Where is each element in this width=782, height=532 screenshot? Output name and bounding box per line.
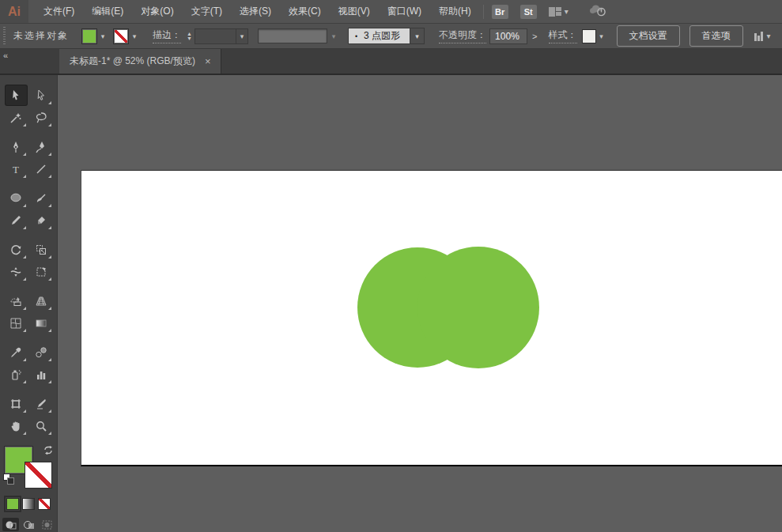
brush-definition-chevron-icon[interactable]: ▾: [410, 28, 425, 44]
draw-behind-button[interactable]: [21, 518, 37, 531]
style-label[interactable]: 样式：: [549, 28, 577, 43]
column-graph-tool[interactable]: [31, 364, 52, 384]
line-segment-tool[interactable]: [31, 159, 52, 179]
bridge-button[interactable]: Br: [492, 5, 508, 19]
stroke-proxy-swatch[interactable]: [25, 462, 52, 489]
menu-view[interactable]: 视图(V): [330, 0, 379, 23]
default-fill-stroke-icon[interactable]: [3, 474, 15, 485]
draw-inside-button[interactable]: [39, 518, 55, 531]
eyedropper-tool[interactable]: [6, 342, 27, 362]
opacity-expand-arrow[interactable]: >: [527, 32, 542, 41]
scale-tool[interactable]: [31, 240, 52, 259]
main-area: T: [0, 75, 782, 532]
tool-group-divider: [6, 130, 52, 134]
drawing-mode-row: [2, 518, 55, 531]
green-circle-2[interactable]: [417, 247, 539, 368]
none-button[interactable]: [38, 498, 51, 510]
variable-width-profile-preview[interactable]: [258, 28, 327, 43]
workspace-icon[interactable]: [549, 7, 561, 17]
symbol-sprayer-tool[interactable]: [6, 364, 27, 384]
swap-fill-stroke-icon[interactable]: [43, 445, 54, 459]
style-chevron-icon[interactable]: ▾: [596, 28, 607, 44]
workspace-chevron-icon[interactable]: ▾: [565, 7, 569, 16]
hand-tool[interactable]: [6, 416, 27, 436]
fill-color-control[interactable]: ▾: [81, 28, 108, 44]
selection-tool[interactable]: [6, 85, 27, 105]
tool-grid: T: [6, 85, 52, 436]
stroke-weight-chevron-icon[interactable]: ▾: [236, 28, 248, 44]
stroke-weight-label[interactable]: 描边：: [153, 28, 181, 43]
gradient-tool[interactable]: [31, 313, 52, 333]
stroke-color-control[interactable]: ▾: [113, 28, 140, 44]
fill-chevron-icon[interactable]: ▾: [97, 28, 108, 44]
collapse-panel-icon[interactable]: «: [3, 51, 7, 60]
paintbrush-tool[interactable]: [31, 188, 52, 208]
brush-dot-icon: •: [355, 32, 357, 40]
width-profile-chevron-icon: ▾: [327, 32, 340, 40]
fill-stroke-proxy: [3, 445, 54, 491]
rotate-tool[interactable]: [6, 240, 27, 259]
document-tab-title: 未标题-1* @ 52% (RGB/预览): [70, 55, 195, 68]
artboard-tool[interactable]: [6, 394, 27, 413]
app-logo: Ai: [0, 0, 28, 23]
magic-wand-tool[interactable]: [6, 108, 27, 127]
canvas-pasteboard[interactable]: [58, 75, 782, 532]
style-swatch[interactable]: [582, 29, 596, 43]
menu-type[interactable]: 文字(T): [183, 0, 231, 23]
menu-edit[interactable]: 编辑(E): [83, 0, 132, 23]
menu-file[interactable]: 文件(F): [35, 0, 83, 23]
menu-bar: Ai 文件(F) 编辑(E) 对象(O) 文字(T) 选择(S) 效果(C) 视…: [0, 0, 782, 24]
brush-definition-value: 3 点圆形: [364, 29, 400, 43]
menu-object[interactable]: 对象(O): [132, 0, 182, 23]
opacity-label[interactable]: 不透明度：: [439, 28, 486, 43]
tools-dock-header: «: [0, 49, 58, 74]
fill-color-swatch[interactable]: [81, 28, 97, 44]
mesh-tool[interactable]: [6, 313, 27, 333]
color-button[interactable]: [6, 498, 19, 510]
zoom-tool[interactable]: [31, 416, 52, 436]
align-chevron-icon[interactable]: ▾: [767, 32, 771, 40]
shape-builder-tool[interactable]: [6, 291, 27, 311]
brush-definition-combo[interactable]: • 3 点圆形: [348, 28, 410, 44]
tool-group-divider: [6, 335, 52, 340]
cc-sync-icon[interactable]: [589, 4, 606, 20]
control-bar: 未选择对象 ▾ ▾ 描边： ▲▼ ▾ ▾ • 3 点圆形 ▾ 不透明度： 100…: [0, 24, 782, 49]
curvature-tool[interactable]: [31, 137, 52, 157]
width-tool[interactable]: [6, 262, 27, 281]
ellipse-tool[interactable]: [6, 188, 27, 208]
direct-selection-tool[interactable]: [31, 85, 52, 105]
pen-tool[interactable]: [6, 137, 27, 157]
stock-button[interactable]: St: [520, 5, 537, 19]
control-bar-grip[interactable]: [2, 27, 7, 46]
tool-group-divider: [6, 181, 52, 186]
blend-tool[interactable]: [31, 342, 52, 362]
align-options-icon[interactable]: [754, 32, 763, 41]
opacity-field[interactable]: 100%: [489, 28, 527, 44]
gradient-button[interactable]: [22, 498, 35, 510]
tab-close-icon[interactable]: ×: [205, 55, 211, 67]
perspective-grid-tool[interactable]: [31, 291, 52, 311]
pencil-tool[interactable]: [6, 210, 27, 230]
tools-panel: T: [0, 75, 58, 532]
menu-help[interactable]: 帮助(H): [430, 0, 480, 23]
document-tab-bar: « 未标题-1* @ 52% (RGB/预览) ×: [0, 49, 782, 75]
slice-tool[interactable]: [31, 394, 52, 413]
eraser-tool[interactable]: [31, 210, 52, 230]
stroke-weight-stepper[interactable]: ▲▼: [187, 32, 192, 41]
menu-window[interactable]: 窗口(W): [379, 0, 430, 23]
preferences-button[interactable]: 首选项: [689, 25, 743, 47]
tool-group-divider: [6, 232, 52, 237]
document-tab[interactable]: 未标题-1* @ 52% (RGB/预览) ×: [59, 49, 221, 74]
draw-normal-button[interactable]: [2, 518, 19, 531]
stroke-color-swatch[interactable]: [113, 28, 129, 44]
menu-effect[interactable]: 效果(C): [280, 0, 330, 23]
menu-select[interactable]: 选择(S): [231, 0, 280, 23]
paint-mode-row: [6, 498, 51, 510]
selection-status: 未选择对象: [13, 29, 69, 43]
lasso-tool[interactable]: [31, 108, 52, 127]
free-transform-tool[interactable]: [31, 262, 52, 281]
stroke-chevron-icon[interactable]: ▾: [129, 28, 140, 44]
stroke-weight-field[interactable]: [195, 28, 236, 44]
type-tool[interactable]: T: [6, 159, 27, 179]
document-setup-button[interactable]: 文档设置: [617, 25, 680, 47]
